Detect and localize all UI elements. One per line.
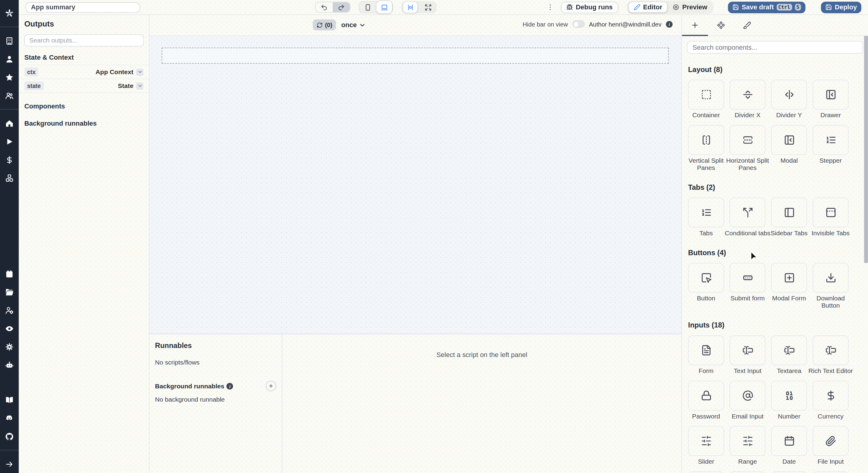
user-icon[interactable] — [5, 55, 14, 63]
text-input-icon — [742, 345, 753, 356]
center-content-button[interactable] — [402, 1, 418, 13]
binary-icon — [784, 390, 795, 401]
component-grid: ButtonSubmit formModal FormDownload Butt… — [688, 263, 862, 309]
arrow-right-icon[interactable] — [5, 460, 14, 468]
component-card-number[interactable] — [771, 381, 807, 411]
add-background-runnable-button[interactable]: + — [266, 381, 276, 391]
app-summary-input[interactable] — [25, 2, 140, 12]
hide-bar-toggle[interactable] — [572, 21, 584, 28]
expand-row-button[interactable] — [136, 68, 144, 75]
desktop-view-button[interactable] — [376, 1, 393, 14]
component-card-stepper[interactable] — [812, 125, 848, 155]
redo-button[interactable] — [333, 2, 350, 12]
save-draft-button[interactable]: Save draft Ctrl S — [728, 1, 805, 13]
component-card-file-input[interactable] — [812, 426, 848, 456]
component-card-divider-x[interactable] — [730, 80, 766, 109]
component-sections: Layout (8)ContainerDivider XDivider YDra… — [682, 54, 868, 473]
tab-insert-component[interactable] — [682, 15, 708, 36]
github-icon[interactable] — [5, 432, 14, 441]
sidebar-logo[interactable] — [5, 4, 14, 22]
boxes-icon[interactable] — [5, 174, 14, 182]
tab-preview[interactable]: Preview — [668, 2, 712, 13]
component-card-password[interactable] — [688, 381, 724, 411]
component-card-slider[interactable] — [688, 426, 724, 456]
component-card-conditional-tabs[interactable] — [730, 198, 766, 227]
folder-open-icon[interactable] — [5, 287, 14, 296]
component-card-divider-y[interactable] — [771, 80, 807, 109]
expand-canvas-button[interactable] — [420, 1, 435, 13]
component-cell-divider-y: Divider Y — [771, 80, 807, 119]
panel-scrollbar[interactable] — [864, 36, 868, 473]
more-menu-button[interactable] — [547, 2, 554, 13]
tab-editor[interactable]: Editor — [628, 2, 668, 13]
component-card-email-input[interactable] — [730, 381, 766, 411]
component-card-date[interactable] — [771, 426, 807, 456]
search-outputs-input[interactable] — [24, 34, 144, 46]
component-card-sidebar-tabs[interactable] — [771, 198, 807, 227]
info-icon[interactable]: i — [666, 21, 673, 27]
users-icon[interactable] — [5, 91, 14, 100]
building-icon[interactable] — [5, 36, 14, 45]
component-card-download-button[interactable] — [812, 263, 848, 292]
component-card-partial[interactable] — [771, 472, 807, 473]
component-card-vertical-split-panes[interactable] — [688, 125, 724, 155]
empty-component-placeholder[interactable] — [161, 48, 669, 64]
user-cog-icon[interactable] — [5, 306, 14, 315]
star-icon[interactable] — [5, 73, 14, 82]
search-components-input[interactable] — [687, 41, 863, 54]
debug-runs-button[interactable]: Debug runs — [561, 1, 618, 13]
home-icon[interactable] — [5, 119, 14, 127]
kbd-ctrl: Ctrl — [777, 4, 792, 10]
component-card-modal-form[interactable] — [771, 263, 807, 292]
component-card-button[interactable] — [688, 263, 724, 292]
canvas-tools-group — [401, 1, 437, 13]
laptop-icon — [381, 4, 388, 11]
play-icon[interactable] — [5, 137, 14, 146]
state-row-state[interactable]: stateState — [19, 79, 149, 93]
component-card-partial[interactable] — [812, 472, 848, 473]
app-canvas[interactable] — [150, 36, 681, 334]
settings-icon[interactable] — [5, 342, 14, 351]
undo-icon — [320, 4, 328, 11]
discord-icon[interactable] — [5, 414, 14, 422]
component-card-textarea[interactable] — [771, 335, 807, 365]
component-card-container[interactable] — [688, 80, 724, 109]
component-card-tabs[interactable] — [688, 198, 724, 227]
calendar-icon[interactable] — [5, 269, 14, 278]
bot-icon[interactable] — [5, 360, 14, 369]
component-card-rich-text-editor[interactable] — [812, 335, 848, 365]
component-card-partial[interactable] — [730, 472, 766, 473]
book-open-icon[interactable] — [5, 395, 14, 404]
mobile-view-button[interactable] — [359, 1, 376, 13]
component-card-drawer[interactable] — [812, 80, 848, 109]
eye-icon[interactable] — [5, 324, 14, 333]
conditional-tabs-icon — [742, 207, 753, 218]
state-key-badge: ctx — [24, 67, 38, 76]
preview-eye-icon — [673, 4, 679, 10]
state-row-ctx[interactable]: ctxApp Context — [19, 65, 149, 79]
component-card-range[interactable] — [730, 426, 766, 456]
expand-row-button[interactable] — [136, 82, 144, 90]
component-cell-tabs: Tabs — [688, 198, 724, 237]
refresh-mode-select[interactable]: once — [341, 21, 366, 29]
component-grid: TabsConditional tabsSidebar TabsInvisibl… — [688, 198, 862, 237]
component-card-invisible-tabs[interactable] — [812, 198, 848, 227]
component-card-modal[interactable] — [771, 125, 807, 155]
component-card-submit-form[interactable] — [730, 263, 766, 292]
refresh-button[interactable]: (0) — [313, 19, 336, 30]
tab-global-styling[interactable] — [734, 15, 760, 36]
component-card-text-input[interactable] — [730, 335, 766, 365]
component-card-currency[interactable] — [812, 381, 848, 411]
hide-bar-label: Hide bar on view — [523, 21, 568, 27]
component-card-horizontal-split-panes[interactable] — [730, 125, 766, 155]
component-card-form[interactable] — [688, 335, 724, 365]
dollar-icon[interactable] — [5, 155, 14, 164]
info-icon[interactable]: i — [227, 383, 233, 389]
scrollbar-thumb[interactable] — [864, 36, 868, 263]
deploy-button[interactable]: Deploy — [821, 1, 861, 13]
tab-component-settings[interactable] — [708, 15, 734, 36]
component-card-partial[interactable] — [688, 472, 724, 473]
windmill-logo-icon[interactable] — [5, 8, 14, 17]
undo-button[interactable] — [315, 2, 333, 12]
undo-redo-group — [315, 2, 350, 13]
